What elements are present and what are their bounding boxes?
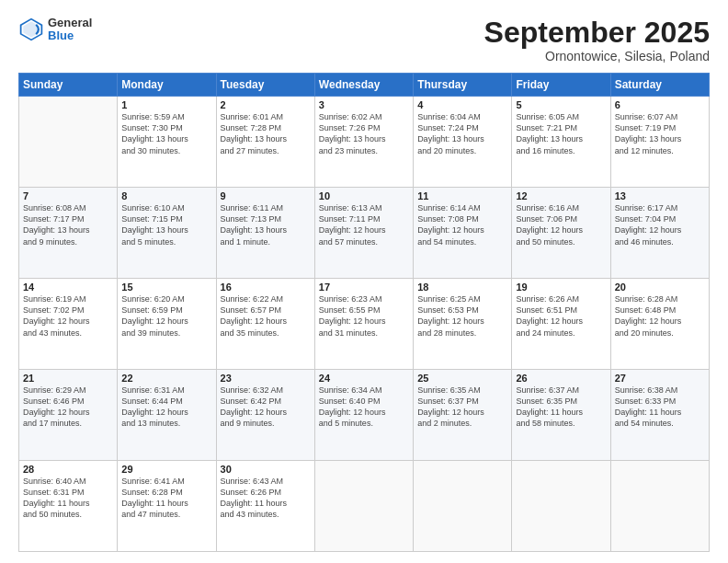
calendar-cell	[414, 461, 512, 552]
calendar-cell: 3Sunrise: 6:02 AM Sunset: 7:26 PM Daylig…	[314, 97, 413, 188]
calendar-cell: 11Sunrise: 6:14 AM Sunset: 7:08 PM Dayli…	[414, 188, 512, 279]
day-number: 23	[221, 373, 311, 384]
calendar-cell: 30Sunrise: 6:43 AM Sunset: 6:26 PM Dayli…	[216, 461, 314, 552]
day-number: 28	[23, 464, 113, 475]
day-info: Sunrise: 6:41 AM Sunset: 6:28 PM Dayligh…	[121, 476, 211, 521]
logo-text: General Blue	[48, 17, 92, 43]
day-number: 3	[319, 99, 409, 110]
day-number: 16	[221, 282, 311, 293]
calendar-cell	[512, 461, 610, 552]
day-info: Sunrise: 6:10 AM Sunset: 7:15 PM Dayligh…	[121, 202, 211, 247]
calendar-cell: 25Sunrise: 6:35 AM Sunset: 6:37 PM Dayli…	[414, 370, 512, 461]
day-number: 8	[121, 190, 211, 201]
day-info: Sunrise: 6:31 AM Sunset: 6:44 PM Dayligh…	[121, 385, 211, 430]
day-number: 26	[516, 373, 606, 384]
day-info: Sunrise: 6:28 AM Sunset: 6:48 PM Dayligh…	[615, 293, 705, 339]
day-number: 14	[23, 282, 113, 293]
day-info: Sunrise: 6:17 AM Sunset: 7:04 PM Dayligh…	[615, 202, 705, 247]
calendar-cell: 4Sunrise: 6:04 AM Sunset: 7:24 PM Daylig…	[414, 97, 512, 188]
day-number: 10	[319, 190, 409, 201]
day-info: Sunrise: 6:01 AM Sunset: 7:28 PM Dayligh…	[221, 111, 311, 156]
day-number: 5	[516, 99, 606, 110]
calendar-cell: 1Sunrise: 5:59 AM Sunset: 7:30 PM Daylig…	[118, 97, 216, 188]
day-number: 9	[221, 190, 311, 201]
calendar-cell: 16Sunrise: 6:22 AM Sunset: 6:57 PM Dayli…	[216, 279, 314, 370]
day-info: Sunrise: 6:20 AM Sunset: 6:59 PM Dayligh…	[121, 293, 211, 339]
day-info: Sunrise: 6:13 AM Sunset: 7:11 PM Dayligh…	[319, 202, 409, 247]
day-number: 22	[121, 373, 211, 384]
day-number: 25	[417, 373, 507, 384]
day-number: 29	[121, 464, 211, 475]
day-number: 11	[417, 190, 507, 201]
calendar-cell: 22Sunrise: 6:31 AM Sunset: 6:44 PM Dayli…	[118, 370, 216, 461]
day-number: 15	[121, 282, 211, 293]
calendar-cell: 26Sunrise: 6:37 AM Sunset: 6:35 PM Dayli…	[512, 370, 610, 461]
calendar-cell: 6Sunrise: 6:07 AM Sunset: 7:19 PM Daylig…	[610, 97, 709, 188]
calendar-cell: 21Sunrise: 6:29 AM Sunset: 6:46 PM Dayli…	[19, 370, 118, 461]
day-info: Sunrise: 6:26 AM Sunset: 6:51 PM Dayligh…	[516, 293, 606, 339]
calendar-cell: 14Sunrise: 6:19 AM Sunset: 7:02 PM Dayli…	[19, 279, 118, 370]
weekday-header: Friday	[512, 74, 610, 97]
weekday-header: Monday	[118, 74, 216, 97]
day-info: Sunrise: 6:05 AM Sunset: 7:21 PM Dayligh…	[516, 111, 606, 156]
calendar-week-row: 21Sunrise: 6:29 AM Sunset: 6:46 PM Dayli…	[19, 370, 710, 461]
logo: General Blue	[18, 17, 92, 43]
day-info: Sunrise: 6:38 AM Sunset: 6:33 PM Dayligh…	[615, 385, 705, 430]
day-info: Sunrise: 6:11 AM Sunset: 7:13 PM Dayligh…	[221, 202, 311, 247]
day-number: 4	[417, 99, 507, 110]
weekday-header: Wednesday	[314, 74, 413, 97]
day-number: 6	[615, 99, 705, 110]
day-info: Sunrise: 6:07 AM Sunset: 7:19 PM Dayligh…	[615, 111, 705, 156]
calendar-cell: 7Sunrise: 6:08 AM Sunset: 7:17 PM Daylig…	[19, 188, 118, 279]
calendar-cell	[19, 97, 118, 188]
day-number: 1	[121, 99, 211, 110]
day-number: 21	[23, 373, 113, 384]
day-info: Sunrise: 6:14 AM Sunset: 7:08 PM Dayligh…	[417, 202, 507, 247]
calendar-week-row: 1Sunrise: 5:59 AM Sunset: 7:30 PM Daylig…	[19, 97, 710, 188]
calendar-cell: 2Sunrise: 6:01 AM Sunset: 7:28 PM Daylig…	[216, 97, 314, 188]
calendar-week-row: 14Sunrise: 6:19 AM Sunset: 7:02 PM Dayli…	[19, 279, 710, 370]
day-number: 30	[221, 464, 311, 475]
day-info: Sunrise: 6:19 AM Sunset: 7:02 PM Dayligh…	[23, 293, 113, 339]
weekday-header: Thursday	[414, 74, 512, 97]
calendar-cell: 28Sunrise: 6:40 AM Sunset: 6:31 PM Dayli…	[19, 461, 118, 552]
calendar-cell: 18Sunrise: 6:25 AM Sunset: 6:53 PM Dayli…	[414, 279, 512, 370]
logo-general-text: General	[48, 17, 92, 29]
day-info: Sunrise: 6:02 AM Sunset: 7:26 PM Dayligh…	[319, 111, 409, 156]
day-number: 2	[221, 99, 311, 110]
day-info: Sunrise: 6:32 AM Sunset: 6:42 PM Dayligh…	[221, 385, 311, 430]
day-info: Sunrise: 6:23 AM Sunset: 6:55 PM Dayligh…	[319, 293, 409, 339]
day-number: 13	[615, 190, 705, 201]
calendar-cell: 15Sunrise: 6:20 AM Sunset: 6:59 PM Dayli…	[118, 279, 216, 370]
month-title: September 2025	[484, 17, 710, 49]
calendar-cell: 27Sunrise: 6:38 AM Sunset: 6:33 PM Dayli…	[610, 370, 709, 461]
calendar-cell: 29Sunrise: 6:41 AM Sunset: 6:28 PM Dayli…	[118, 461, 216, 552]
calendar-cell: 20Sunrise: 6:28 AM Sunset: 6:48 PM Dayli…	[610, 279, 709, 370]
day-info: Sunrise: 6:08 AM Sunset: 7:17 PM Dayligh…	[23, 202, 113, 247]
day-info: Sunrise: 6:37 AM Sunset: 6:35 PM Dayligh…	[516, 385, 606, 430]
calendar-cell: 19Sunrise: 6:26 AM Sunset: 6:51 PM Dayli…	[512, 279, 610, 370]
weekday-header: Saturday	[610, 74, 709, 97]
calendar-cell: 17Sunrise: 6:23 AM Sunset: 6:55 PM Dayli…	[314, 279, 413, 370]
calendar-cell: 12Sunrise: 6:16 AM Sunset: 7:06 PM Dayli…	[512, 188, 610, 279]
header: General Blue September 2025 Ornontowice,…	[18, 17, 710, 63]
location: Ornontowice, Silesia, Poland	[484, 49, 710, 63]
calendar-cell: 23Sunrise: 6:32 AM Sunset: 6:42 PM Dayli…	[216, 370, 314, 461]
calendar-week-row: 28Sunrise: 6:40 AM Sunset: 6:31 PM Dayli…	[19, 461, 710, 552]
calendar-cell: 5Sunrise: 6:05 AM Sunset: 7:21 PM Daylig…	[512, 97, 610, 188]
weekday-header: Tuesday	[216, 74, 314, 97]
calendar-header-row: SundayMondayTuesdayWednesdayThursdayFrid…	[19, 74, 710, 97]
day-number: 19	[516, 282, 606, 293]
calendar-week-row: 7Sunrise: 6:08 AM Sunset: 7:17 PM Daylig…	[19, 188, 710, 279]
logo-blue-text: Blue	[48, 29, 92, 42]
calendar-cell: 13Sunrise: 6:17 AM Sunset: 7:04 PM Dayli…	[610, 188, 709, 279]
day-info: Sunrise: 6:25 AM Sunset: 6:53 PM Dayligh…	[417, 293, 507, 339]
day-info: Sunrise: 6:43 AM Sunset: 6:26 PM Dayligh…	[221, 476, 311, 521]
day-info: Sunrise: 6:40 AM Sunset: 6:31 PM Dayligh…	[23, 476, 113, 521]
day-number: 24	[319, 373, 409, 384]
weekday-header: Sunday	[19, 74, 118, 97]
calendar-cell: 10Sunrise: 6:13 AM Sunset: 7:11 PM Dayli…	[314, 188, 413, 279]
day-info: Sunrise: 6:16 AM Sunset: 7:06 PM Dayligh…	[516, 202, 606, 247]
calendar-cell: 8Sunrise: 6:10 AM Sunset: 7:15 PM Daylig…	[118, 188, 216, 279]
day-info: Sunrise: 6:04 AM Sunset: 7:24 PM Dayligh…	[417, 111, 507, 156]
